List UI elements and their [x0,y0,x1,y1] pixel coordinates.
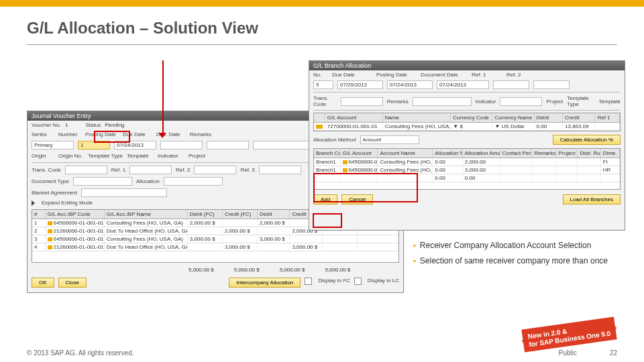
table-row[interactable]: 4 21260000-01-001-01Due To Head Office (… [32,243,398,251]
col-acct-name: Account Name [378,149,433,158]
lbl-origin-no: Origin No. [58,153,84,159]
val-voucher-no: 1 [65,122,68,128]
lbl-project2: Project [546,99,563,105]
allocation-window: G/L Branch Allocation No. Due Date Posti… [309,60,625,231]
lbl-template-type: Template Type [88,153,123,159]
chk-display-fc[interactable] [305,278,312,285]
lbl-posting-date: Posting Date [85,131,119,137]
trans-code-input2[interactable] [341,97,383,106]
lbl-series: Series [32,131,54,137]
tot-c: 5,000.00 $ [325,267,350,273]
copyright: © 2013 SAP AG. All rights reserved. [27,349,134,357]
table-row[interactable]: 0.000.00 [314,174,620,182]
lbl-method: Allocation Method [313,137,356,143]
col-branch: Branch Code [314,149,341,158]
col-name: G/L Acc./BP Name [105,210,188,219]
slide-title: G/L Allocation – Solution View [27,19,644,38]
ref1-input2[interactable] [493,80,529,89]
col-code: G/L Acc./BP Code [46,210,105,219]
lbl-template-type2: Template Type [567,95,594,107]
table-row[interactable]: Branch1 64500000-01-001Consulting Fees (… [314,166,620,174]
table-row[interactable]: 3 64500000-01-001-01Consulting Fees (HO,… [32,235,398,243]
accent-bar [0,0,644,7]
document-type-input[interactable] [73,177,132,186]
ok-button[interactable]: OK [32,278,54,288]
intercompany-button[interactable]: Intercompany Allocation [229,278,301,288]
col-remarks: Remarks [532,149,556,158]
posting-date-input2[interactable] [387,80,433,89]
lbl-template: Template [127,153,154,159]
ref2-input[interactable] [194,166,236,174]
col-gl2: G/L Account [341,149,378,158]
col-curname: Currency Name [492,113,534,122]
footer-public: Public [559,349,577,357]
remarks-input2[interactable] [413,97,472,106]
col-num: # [32,210,46,219]
ref2-input2[interactable] [533,80,570,89]
blanket-input[interactable] [81,188,167,197]
tot-d: 5,000.00 $ [280,267,305,273]
remarks-input[interactable] [253,141,312,149]
col-project: Project [557,149,578,158]
document-date-input[interactable] [437,80,489,89]
jv-totals: 5,000.00 $ 5,000.00 $ 5,000.00 $ 5,000.0… [28,265,403,275]
chk-display-lc[interactable] [354,278,362,285]
lbl-ref2: Ref. 2 [176,167,190,173]
cancel-button[interactable]: Cancel [341,194,373,204]
close-button[interactable]: Close [58,278,87,288]
lbl-indicator2: Indicator [476,99,496,105]
series-input[interactable] [32,141,74,149]
val-curcode: ▼ $ [451,123,492,130]
lbl-posting-date2: Posting Date [376,72,417,78]
alloc-window-title: G/L Branch Allocation [309,61,625,70]
lbl-due-date: Due Date [123,131,152,137]
alloc-top-row[interactable]: 72700000-01-001-01 Consulting Fees (HO, … [314,123,620,131]
method-input[interactable] [360,135,419,144]
bullet-1: ▪Receiver Company Allocation Account Sel… [413,238,608,253]
bullet-box: ▪Receiver Company Allocation Account Sel… [404,231,617,276]
allocation-input[interactable] [164,177,223,186]
lbl-ref3: Ref. 3 [240,167,254,173]
col-dim: Dime. [601,149,620,158]
add-button[interactable]: Add [313,194,337,204]
bullet-2: ▪Selection of same receiver company more… [413,253,608,269]
table-row[interactable]: Branch1 64500000-01-001Consulting Fees (… [314,158,620,166]
alloc-detail-grid: Branch Code G/L Account Account Name All… [313,148,621,190]
load-branches-button[interactable]: Load All Branches [563,194,621,204]
no-input[interactable] [313,80,333,89]
lbl-indicator: Indicator [158,153,184,159]
doc-date-input[interactable] [207,141,249,149]
number-input[interactable] [78,141,110,149]
due-date-input[interactable] [160,141,203,149]
val-name: Consulting Fees (HO, USA, $ [383,123,451,130]
ref1-input[interactable] [129,166,172,174]
lbl-ref1: Ref. 1 [111,167,125,173]
lbl-remarks2: Remarks [387,99,409,105]
col-distr: Distr. Rule [578,149,601,158]
lbl-expand[interactable]: Expand Editing Mode [42,200,93,206]
calc-button[interactable]: Calculate Allocation % [553,135,621,145]
lbl-template2: Template [599,99,621,105]
lbl-voucher-no: Voucher No. [32,122,61,128]
lbl-ref1-2: Ref. 1 [472,72,502,78]
col-gl: G/L Account [325,113,383,122]
posting-date-input[interactable] [114,141,156,149]
lbl-document-type: Document Type [32,178,69,184]
val-curname: ▼ US Dollar [492,123,534,130]
col-cfc: Credit (FC) [223,210,258,219]
indicator-input[interactable] [500,97,542,106]
lbl-document-date: Document Date [421,72,468,78]
row-link-icon[interactable] [316,125,323,129]
due-date-input2[interactable] [337,80,383,89]
col-credit: Credit [563,113,595,122]
page-number: 22 [610,349,617,357]
col-alloc-amt: Allocation Amount [463,149,500,158]
alloc-top-grid: G/L Account Name Currency Code Currency … [313,113,621,131]
col-curcode: Currency Code [451,113,492,122]
trans-code-input[interactable] [65,166,107,174]
ref3-input[interactable] [259,166,301,174]
expand-icon[interactable] [32,200,35,206]
val-status: Pending [105,122,124,128]
lbl-project: Project [189,153,205,159]
col-alloc-pct: Allocation % [433,149,462,158]
